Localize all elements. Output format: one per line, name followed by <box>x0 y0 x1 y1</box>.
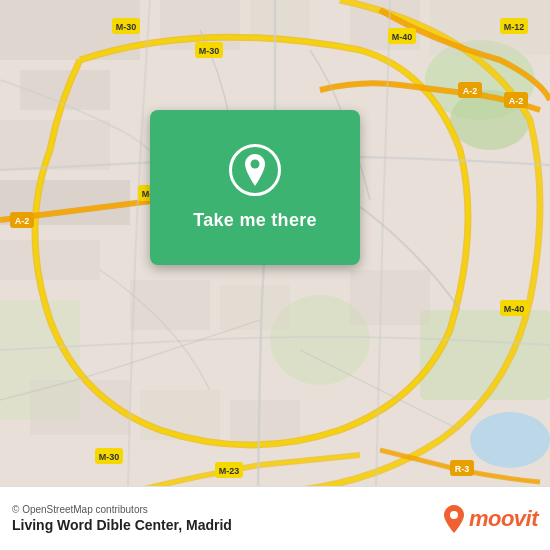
svg-text:M-30: M-30 <box>199 46 220 56</box>
svg-text:A-2: A-2 <box>15 216 30 226</box>
svg-text:M-40: M-40 <box>392 32 413 42</box>
svg-rect-17 <box>220 285 290 330</box>
svg-text:R-3: R-3 <box>455 464 470 474</box>
svg-text:M-30: M-30 <box>116 22 137 32</box>
svg-point-46 <box>251 160 260 169</box>
svg-text:M-12: M-12 <box>504 22 525 32</box>
take-me-there-button[interactable]: Take me there <box>150 110 360 265</box>
svg-rect-21 <box>230 400 300 445</box>
moovit-pin-icon <box>443 505 465 533</box>
place-name: Living Word Dible Center, Madrid <box>12 517 232 533</box>
svg-text:M-40: M-40 <box>504 304 525 314</box>
svg-text:A-2: A-2 <box>463 86 478 96</box>
svg-rect-13 <box>250 0 310 40</box>
svg-point-47 <box>450 511 458 519</box>
bottom-left-info: © OpenStreetMap contributors Living Word… <box>12 504 232 533</box>
moovit-logo: moovit <box>443 505 538 533</box>
svg-rect-18 <box>350 270 430 325</box>
location-pin-wrapper <box>229 144 281 196</box>
bottom-bar: © OpenStreetMap contributors Living Word… <box>0 486 550 550</box>
svg-point-6 <box>470 412 550 468</box>
svg-text:M-30: M-30 <box>99 452 120 462</box>
svg-rect-16 <box>130 280 210 330</box>
take-me-there-label: Take me there <box>193 210 317 231</box>
svg-rect-11 <box>0 240 100 280</box>
map-container: M-30 M-30 M-40 M-12 M-40 A-2 A-2 A-2 M-3… <box>0 0 550 550</box>
svg-text:M-23: M-23 <box>219 466 240 476</box>
osm-attribution: © OpenStreetMap contributors <box>12 504 232 515</box>
svg-rect-15 <box>430 0 550 55</box>
svg-text:A-2: A-2 <box>509 96 524 106</box>
map-background: M-30 M-30 M-40 M-12 M-40 A-2 A-2 A-2 M-3… <box>0 0 550 550</box>
location-pin-icon <box>241 154 269 186</box>
moovit-text: moovit <box>469 506 538 532</box>
